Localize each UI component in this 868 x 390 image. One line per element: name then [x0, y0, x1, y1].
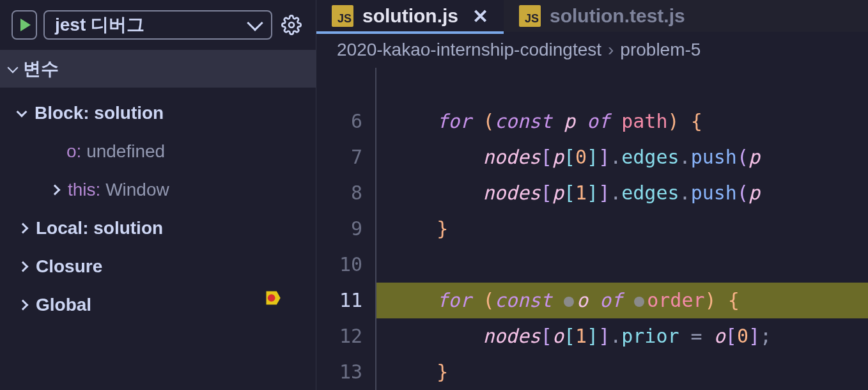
- variable-o[interactable]: o: undefined: [18, 132, 307, 171]
- scope-label: Global: [36, 295, 91, 315]
- chevron-right-icon: [50, 185, 61, 196]
- code-line[interactable]: }: [375, 211, 868, 247]
- code-line[interactable]: for (const p of path) {: [375, 104, 868, 139]
- variables-section-title: 변수: [23, 57, 59, 81]
- tab-filename: solution.test.js: [550, 5, 685, 27]
- code-line[interactable]: [375, 247, 868, 283]
- code-line[interactable]: [375, 68, 868, 104]
- debug-config-select[interactable]: jest 디버그: [43, 10, 272, 40]
- line-number[interactable]: 12: [316, 318, 362, 354]
- breakpoint-icon[interactable]: [264, 283, 282, 318]
- chevron-down-icon: [8, 63, 19, 74]
- tab-solution-js[interactable]: JS solution.js ✕: [316, 0, 504, 32]
- chevron-right-icon: ›: [608, 40, 614, 60]
- editor-panel: JS solution.js ✕ JS solution.test.js 202…: [316, 0, 868, 390]
- variables-section-header[interactable]: 변수: [0, 51, 316, 88]
- svg-point-0: [289, 22, 294, 27]
- chevron-right-icon: [18, 223, 29, 234]
- inline-breakpoint-dot[interactable]: [634, 297, 644, 307]
- line-number[interactable]: 8: [316, 175, 362, 211]
- chevron-right-icon: [18, 300, 29, 311]
- js-icon: JS: [519, 5, 541, 27]
- play-icon: [20, 19, 31, 31]
- scope-closure[interactable]: Closure: [18, 247, 307, 286]
- variable-this[interactable]: this: Window: [18, 171, 307, 209]
- breadcrumb-part[interactable]: 2020-kakao-internship-codingtest: [337, 40, 601, 60]
- close-icon[interactable]: ✕: [472, 5, 488, 27]
- line-number[interactable]: 10: [316, 247, 362, 283]
- line-number[interactable]: 13: [316, 354, 362, 390]
- scope-label: Closure: [36, 256, 102, 277]
- chevron-down-icon: [247, 15, 263, 31]
- code-line[interactable]: for (const o of order) {: [375, 283, 868, 318]
- inline-breakpoint-dot[interactable]: [564, 297, 574, 307]
- variable-key: o:: [66, 141, 81, 161]
- line-number[interactable]: 6: [316, 104, 362, 139]
- scope-label: Local: solution: [36, 218, 163, 238]
- debug-config-name: jest 디버그: [55, 13, 144, 37]
- line-number[interactable]: [316, 68, 362, 104]
- breadcrumb: 2020-kakao-internship-codingtest › probl…: [316, 32, 868, 68]
- gear-icon: [281, 15, 302, 35]
- variable-key: this:: [68, 180, 100, 199]
- variable-value: Window: [105, 180, 169, 199]
- line-number[interactable]: 9: [316, 211, 362, 247]
- chevron-right-icon: [18, 261, 29, 272]
- chevron-down-icon: [17, 107, 27, 118]
- line-gutter: 678910111213: [316, 68, 375, 390]
- tab-solution-test-js[interactable]: JS solution.test.js: [504, 0, 701, 32]
- code-line[interactable]: nodes[p[1]].edges.push(p: [375, 175, 868, 211]
- code-line[interactable]: nodes[o[1]].prior = o[0];: [375, 318, 868, 354]
- js-icon: JS: [332, 5, 353, 27]
- line-number[interactable]: 7: [316, 139, 362, 175]
- line-number[interactable]: 11: [316, 283, 362, 318]
- svg-point-1: [268, 294, 275, 302]
- debug-settings-button[interactable]: [279, 15, 304, 35]
- breadcrumb-part[interactable]: problem-5: [620, 40, 701, 60]
- start-debug-button[interactable]: [12, 10, 37, 40]
- debug-sidebar: jest 디버그 변수 Block: solution o: undefined…: [0, 0, 316, 390]
- scope-label: Block: solution: [35, 103, 164, 123]
- editor-tabs: JS solution.js ✕ JS solution.test.js: [316, 0, 868, 32]
- code-line[interactable]: nodes[p[0]].edges.push(p: [375, 139, 868, 175]
- code-editor[interactable]: 678910111213 for (const p of path) { nod…: [316, 68, 868, 390]
- spacer: [50, 148, 58, 155]
- scope-block[interactable]: Block: solution: [18, 94, 307, 132]
- scope-local[interactable]: Local: solution: [18, 209, 307, 247]
- code-area[interactable]: for (const p of path) { nodes[p[0]].edge…: [375, 68, 868, 390]
- debug-toolbar: jest 디버그: [0, 0, 316, 51]
- code-line[interactable]: }: [375, 354, 868, 390]
- variable-value: undefined: [86, 141, 165, 161]
- tab-filename: solution.js: [362, 5, 458, 27]
